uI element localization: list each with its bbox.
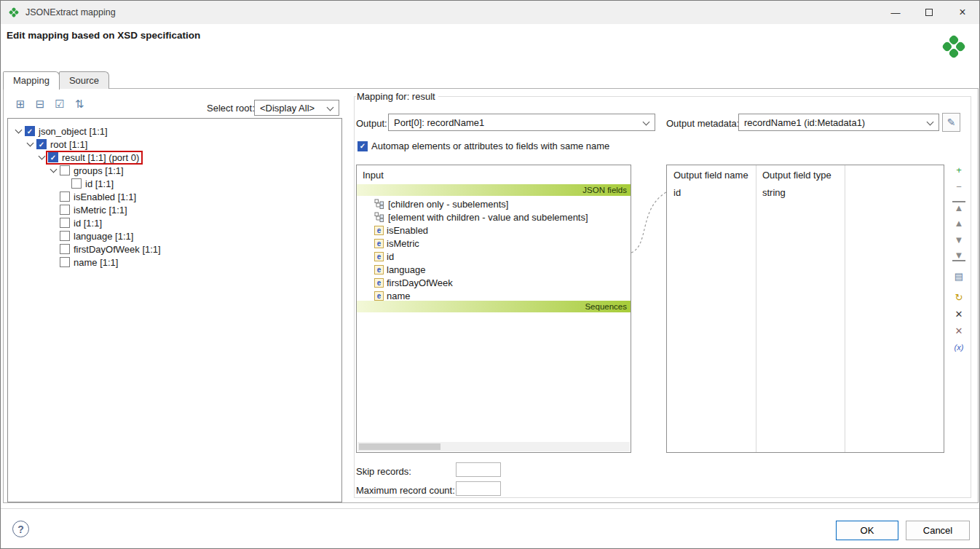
tree-item[interactable]: isEnabled [1:1] — [8, 190, 341, 203]
automap-icon[interactable]: ↻ — [952, 291, 965, 304]
tree-item[interactable]: ✓root [1:1] — [8, 138, 341, 151]
output-table-header: Output field nameOutput field type — [667, 165, 944, 183]
expand-chevron-icon[interactable] — [47, 165, 59, 175]
move-down-icon[interactable]: ▼ — [952, 233, 965, 246]
dialog-heading: Edit mapping based on XSD specification — [7, 30, 200, 41]
chevron-spacer — [47, 257, 59, 267]
input-field-label: language — [387, 264, 426, 275]
tree-item[interactable]: ✓result [1:1] (port 0) — [8, 151, 341, 164]
tree-item[interactable]: isMetric [1:1] — [8, 203, 341, 216]
tree-item-checkbox[interactable] — [60, 191, 70, 202]
input-field-label: name — [387, 291, 411, 301]
output-table-body: idstring — [667, 183, 944, 200]
tree-item-checkbox[interactable]: ✓ — [48, 152, 58, 162]
tree-item[interactable]: ✓json_object [1:1] — [8, 125, 341, 138]
tree-item-checkbox[interactable] — [71, 178, 82, 189]
table-column-divider — [756, 165, 756, 452]
expand-chevron-icon[interactable] — [24, 139, 36, 149]
max-record-count-label: Maximum record count: — [356, 485, 455, 496]
tree-item-checkbox[interactable]: ✓ — [25, 126, 35, 136]
chevron-spacer — [47, 231, 59, 241]
expression-icon[interactable]: (x) — [952, 341, 965, 354]
skip-records-label: Skip records: — [356, 466, 411, 477]
tree-item-checkbox[interactable] — [60, 165, 70, 175]
tree-item-content: isEnabled [1:1] — [59, 191, 138, 202]
tree-item-content: ✓json_object [1:1] — [24, 126, 110, 137]
cancel-button[interactable]: Cancel — [906, 521, 970, 540]
move-top-icon[interactable]: ▲ — [952, 201, 965, 213]
chevron-spacer — [47, 218, 59, 228]
ok-button[interactable]: OK — [836, 521, 898, 540]
expand-chevron-icon[interactable] — [36, 152, 47, 162]
tree-item-label: result [1:1] (port 0) — [62, 152, 139, 163]
input-field-item[interactable]: efirstDayOfWeek — [357, 276, 631, 289]
input-field-item[interactable]: eisMetric — [357, 237, 631, 250]
output-metadata-dropdown[interactable]: recordName1 (id:Metadata1) — [738, 114, 939, 131]
max-record-count-input[interactable] — [456, 481, 501, 496]
tab-bar: MappingSource — [3, 71, 108, 89]
horizontal-scrollbar[interactable] — [357, 442, 630, 451]
automap-option[interactable]: ✓ Automap elements or attributes to fiel… — [357, 141, 609, 151]
input-field-item[interactable]: [element with children - value and subel… — [357, 210, 631, 224]
mapping-tab-content: ⊞⊟☑⇅ Select root: <Display All> ✓json_ob… — [3, 88, 979, 503]
output-table-row[interactable]: idstring — [667, 183, 944, 200]
output-metadata-value: recordName1 (id:Metadata1) — [744, 117, 865, 128]
tree-item-content: language [1:1] — [59, 231, 135, 242]
tree-item[interactable]: id [1:1] — [8, 177, 341, 190]
edit-metadata-button[interactable]: ✎ — [942, 113, 960, 132]
output-metadata-label: Output metadata: — [666, 118, 739, 129]
check-subtree-icon[interactable]: ☑ — [53, 98, 66, 111]
tree-item-checkbox[interactable] — [60, 218, 70, 228]
element-icon: e — [374, 226, 384, 235]
hierarchy-icon — [374, 200, 385, 209]
tree-item[interactable]: language [1:1] — [8, 229, 341, 242]
close-button[interactable]: × — [946, 1, 979, 24]
input-field-label: [element with children - value and subel… — [388, 212, 588, 223]
expand-chevron-icon[interactable] — [12, 126, 24, 136]
tree-item[interactable]: firstDayOfWeek [1:1] — [8, 242, 341, 256]
select-root-dropdown[interactable]: <Display All> — [254, 100, 339, 116]
tree-item-label: isEnabled [1:1] — [74, 191, 136, 202]
cancel-mapping-icon[interactable]: ✕ — [952, 307, 965, 320]
minimize-button[interactable]: — — [879, 1, 912, 24]
help-icon: ? — [17, 524, 24, 535]
tree-item-checkbox[interactable] — [60, 257, 70, 267]
tree-item[interactable]: id [1:1] — [8, 216, 341, 229]
edit-metadata-icon[interactable]: ▤ — [952, 269, 965, 283]
remove-field-icon[interactable]: − — [952, 180, 965, 193]
chevron-spacer — [59, 178, 71, 189]
output-label: Output: — [356, 118, 387, 129]
input-panel: Input JSON fields [children only - subel… — [356, 165, 631, 453]
sync-tree-icon[interactable]: ⇅ — [73, 98, 86, 111]
input-field-item[interactable]: eid — [357, 250, 631, 263]
hierarchy-icon — [374, 213, 385, 222]
input-field-item[interactable]: [children only - subelements] — [357, 197, 631, 210]
output-port-dropdown[interactable]: Port[0]: recordName1 — [388, 114, 655, 131]
skip-records-input[interactable] — [456, 462, 501, 477]
output-table-column-header: Output field name — [667, 165, 756, 183]
scrollbar-thumb[interactable] — [359, 443, 440, 450]
tree-item-checkbox[interactable] — [60, 231, 70, 241]
tab-mapping[interactable]: Mapping — [3, 71, 60, 90]
maximize-button[interactable] — [912, 1, 946, 24]
input-field-item[interactable]: elanguage — [357, 263, 631, 276]
clear-all-mappings-icon[interactable]: ✕ — [952, 324, 965, 337]
tab-source[interactable]: Source — [59, 71, 109, 89]
tree-item-label: isMetric [1:1] — [74, 205, 127, 216]
move-up-icon[interactable]: ▲ — [952, 216, 965, 229]
add-field-icon[interactable]: + — [952, 163, 965, 176]
tree-item-checkbox[interactable] — [60, 205, 70, 215]
help-button[interactable]: ? — [12, 521, 29, 537]
automap-checkbox[interactable]: ✓ — [357, 141, 368, 151]
collapse-all-icon[interactable]: ⊟ — [33, 98, 47, 111]
tree-item[interactable]: name [1:1] — [8, 256, 341, 269]
move-bottom-icon[interactable]: ▼ — [952, 250, 965, 261]
tree-item-checkbox[interactable] — [60, 244, 70, 254]
tree-item-checkbox[interactable]: ✓ — [36, 139, 47, 149]
element-icon: e — [374, 278, 384, 288]
element-icon: e — [374, 239, 384, 248]
input-field-item[interactable]: eisEnabled — [357, 224, 631, 237]
chevron-down-icon — [927, 119, 934, 126]
expand-all-icon[interactable]: ⊞ — [14, 98, 27, 111]
tree-item[interactable]: groups [1:1] — [8, 164, 341, 177]
